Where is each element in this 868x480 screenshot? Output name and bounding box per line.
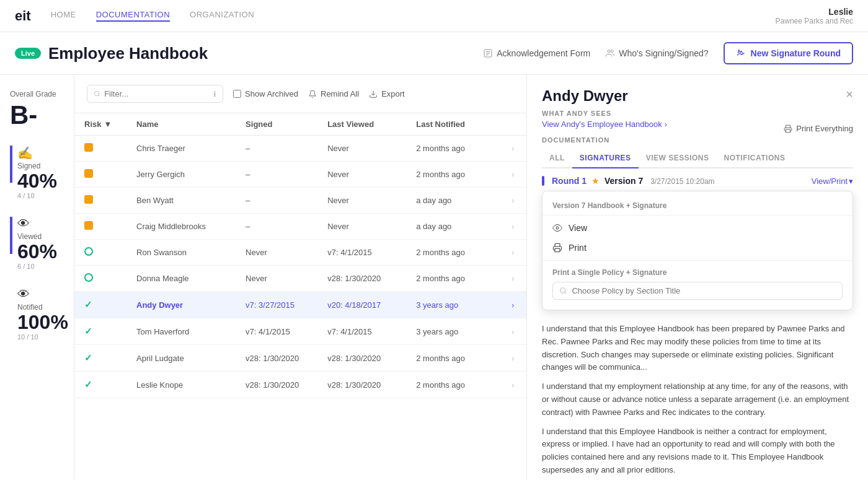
signed-cell: – [236,214,317,240]
dropdown-view-item[interactable]: View [542,218,852,238]
row-arrow-icon: › [512,354,514,363]
filter-input[interactable] [104,89,210,98]
col-header-risk[interactable]: Risk ▼ [74,113,126,136]
notified-value: 100% [17,312,64,333]
risk-cell [74,240,126,266]
risk-dot-empty [84,247,93,256]
version-date: 3/27/2015 10:20am [650,177,714,186]
notified-cell: 3 years ago [406,292,502,318]
tab-all[interactable]: ALL [542,149,572,168]
row-arrow-cell: › [502,292,526,318]
tab-view-sessions[interactable]: VIEW SESSIONS [639,149,717,168]
table-row[interactable]: Donna Meagle Never v28: 1/30/2020 2 mont… [74,266,526,292]
sort-arrow-icon: ▼ [104,120,112,129]
nav-logo: eit [15,8,31,24]
view-handbook-link[interactable]: View Andy's Employee Handbook › [542,120,667,129]
info-icon[interactable]: ℹ [213,90,216,98]
round-header: Round 1 ★ Version 7 3/27/2015 10:20am Vi… [552,176,853,186]
viewed-stat: 👁 Viewed 60% 6 / 10 [10,217,64,270]
name-cell: Ron Swanson [126,240,236,266]
risk-cell [74,266,126,292]
table-row[interactable]: ✓ April Ludgate v28: 1/30/2020 v28: 1/30… [74,345,526,372]
employees-table: Risk ▼ Name Signed Last Viewed Last Noti… [74,113,526,398]
nav-home[interactable]: HOME [51,10,76,22]
star-icon: ★ [591,176,600,186]
chevron-down-icon: ▾ [849,177,853,186]
row-arrow-icon: › [512,328,514,336]
viewed-label: Viewed [17,232,64,241]
export-button[interactable]: Export [369,89,405,98]
print-everything-button[interactable]: Print Everything [784,124,853,133]
table-row[interactable]: ✓ Leslie Knope v28: 1/30/2020 v28: 1/30/… [74,372,526,398]
export-icon [369,90,378,98]
page-title: Employee Handbook [48,44,483,63]
table-row[interactable]: Ben Wyatt – Never a day ago › [74,188,526,214]
whos-signing-button[interactable]: Who's Signing/Signed? [605,48,708,58]
tab-notifications[interactable]: NOTIFICATIONS [716,149,792,168]
signed-cell: Never [236,240,317,266]
name-cell: April Ludgate [126,345,236,372]
signed-cell: – [236,162,317,188]
table-row[interactable]: Chris Traeger – Never 2 months ago › [74,136,526,162]
svg-rect-9 [786,129,790,133]
signed-cell: – [236,136,317,162]
table-row[interactable]: Craig Middlebrooks – Never a day ago › [74,214,526,240]
viewed-cell: v28: 1/30/2020 [317,372,406,398]
svg-rect-11 [555,248,560,251]
show-archived-checkbox[interactable]: Show Archived [233,89,298,98]
close-panel-button[interactable]: × [846,87,853,102]
table-row[interactable]: Jerry Gergich – Never 2 months ago › [74,162,526,188]
viewed-cell: Never [317,162,406,188]
tabs-row: ALL SIGNATURES VIEW SESSIONS NOTIFICATIO… [542,149,853,168]
svg-point-4 [608,50,610,53]
notified-label: Notified [17,303,64,312]
acknowledgement-form-button[interactable]: Acknowledgement Form [483,48,590,58]
row-arrow-cell: › [502,318,526,345]
check-icon: ✓ [84,326,92,336]
dropdown-title: Version 7 Handbook + Signature [542,199,852,216]
policy-search-input[interactable] [572,286,836,295]
row-arrow-cell: › [502,162,526,188]
viewed-cell: Never [317,188,406,214]
sig-paragraph-3: I understand that this Employee Handbook… [542,425,853,477]
row-arrow-icon: › [512,274,514,283]
header-actions: Acknowledgement Form Who's Signing/Signe… [483,42,853,64]
notified-cell: 2 months ago [406,372,502,398]
signed-sub: 4 / 10 [17,192,64,199]
round-indicator [542,176,544,186]
tab-signatures[interactable]: SIGNATURES [572,149,639,168]
table-row[interactable]: ✓ Andy Dwyer v7: 3/27/2015 v20: 4/18/201… [74,292,526,318]
signature-icon [736,48,746,58]
show-archived-check[interactable] [233,90,241,98]
row-arrow-cell: › [502,345,526,372]
right-panel-header: Andy Dwyer × [527,75,868,105]
risk-dot-empty [84,273,93,282]
new-signature-round-button[interactable]: New Signature Round [724,42,853,64]
notified-cell: 2 months ago [406,240,502,266]
view-print-button[interactable]: View/Print ▾ [812,177,853,186]
notified-cell: 2 months ago [406,345,502,372]
svg-line-7 [99,95,100,97]
check-icon: ✓ [84,379,92,390]
nav-user-name: Leslie [776,7,853,17]
name-cell: Ben Wyatt [126,188,236,214]
notified-sub: 10 / 10 [17,333,64,341]
viewed-cell: v7: 4/1/2015 [317,240,406,266]
risk-dot-orange [84,221,93,230]
risk-cell: ✓ [74,345,126,372]
row-arrow-cell: › [502,266,526,292]
remind-all-button[interactable]: Remind All [308,89,359,98]
notified-stat: 👁 Notified 100% 10 / 10 [10,287,64,341]
grade-value: B- [10,102,64,128]
version-info: Version 7 3/27/2015 10:20am [604,176,807,186]
nav-organization[interactable]: ORGANIZATION [190,10,254,22]
dropdown-divider [542,260,852,261]
signed-cell: v28: 1/30/2020 [236,372,317,398]
row-arrow-cell: › [502,214,526,240]
signed-cell: Never [236,266,317,292]
table-row[interactable]: ✓ Tom Haverford v7: 4/1/2015 v7: 4/1/201… [74,318,526,345]
signed-cell: v7: 4/1/2015 [236,318,317,345]
dropdown-print-item[interactable]: Print [542,238,852,258]
nav-documentation[interactable]: DOCUMENTATION [96,10,170,22]
table-row[interactable]: Ron Swanson Never v7: 4/1/2015 2 months … [74,240,526,266]
